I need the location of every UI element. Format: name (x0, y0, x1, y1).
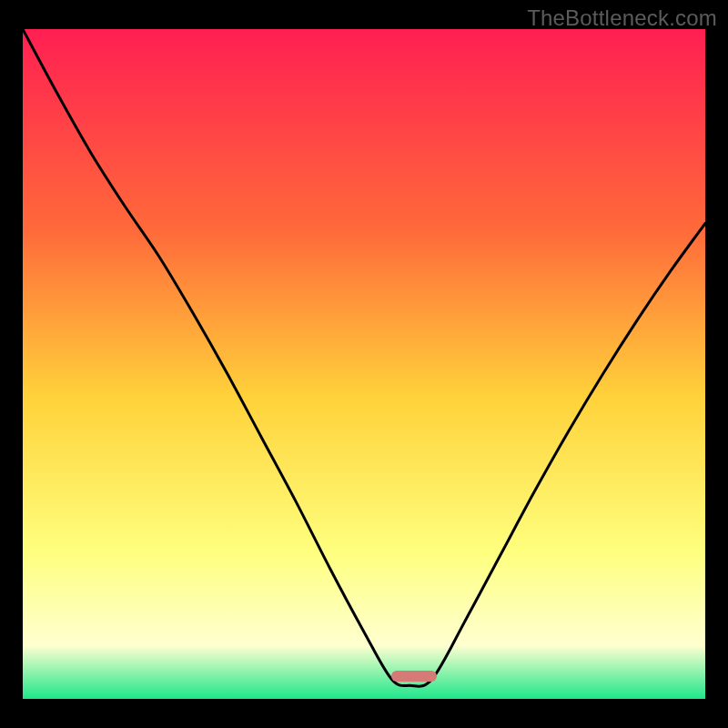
watermark-text: TheBottleneck.com (527, 5, 717, 31)
gradient-plot (23, 29, 705, 699)
chart-frame: TheBottleneck.com (0, 0, 728, 728)
optimal-marker (391, 671, 437, 682)
plot-area (23, 29, 705, 699)
gradient-background (23, 29, 705, 699)
